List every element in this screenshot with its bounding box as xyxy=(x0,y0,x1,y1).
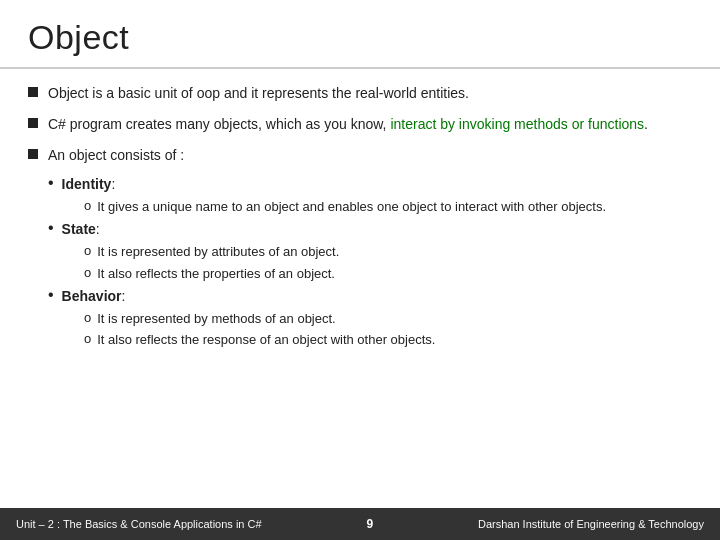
bullet-text-3: An object consists of : xyxy=(48,145,184,166)
bullet-text-2: C# program creates many objects, which a… xyxy=(48,114,648,135)
state-o-1: o xyxy=(84,243,91,258)
bullet-square-1 xyxy=(28,87,38,97)
sub-bullet-identity: • Identity: xyxy=(48,176,692,192)
behavior-text-1: It is represented by methods of an objec… xyxy=(97,310,335,329)
behavior-item-1: o It is represented by methods of an obj… xyxy=(84,310,692,329)
sub-bullet-label-behavior: Behavior xyxy=(62,288,122,304)
bullet-1: Object is a basic unit of oop and it rep… xyxy=(28,83,692,104)
slide-footer: Unit – 2 : The Basics & Console Applicat… xyxy=(0,508,720,540)
footer-left: Unit – 2 : The Basics & Console Applicat… xyxy=(16,518,262,530)
state-item-2: o It also reflects the properties of an … xyxy=(84,265,692,284)
state-text-2: It also reflects the properties of an ob… xyxy=(97,265,335,284)
sub-bullet-label-state: State xyxy=(62,221,96,237)
slide-header: Object xyxy=(0,0,720,69)
behavior-items: o It is represented by methods of an obj… xyxy=(84,310,692,351)
behavior-o-1: o xyxy=(84,310,91,325)
bullet-square-2 xyxy=(28,118,38,128)
sub-bullet-colon-behavior: : xyxy=(122,288,126,304)
behavior-text-2: It also reflects the response of an obje… xyxy=(97,331,435,350)
bullet-text-1: Object is a basic unit of oop and it rep… xyxy=(48,83,469,104)
sub-bullet-dot-identity: • xyxy=(48,174,54,192)
identity-o-1: o xyxy=(84,198,91,213)
bullet-3: An object consists of : xyxy=(28,145,692,166)
sub-bullet-dot-state: • xyxy=(48,219,54,237)
behavior-item-2: o It also reflects the response of an ob… xyxy=(84,331,692,350)
identity-items: o It gives a unique name to an object an… xyxy=(84,198,692,217)
identity-text-1: It gives a unique name to an object and … xyxy=(97,198,606,217)
slide-content: Object is a basic unit of oop and it rep… xyxy=(0,69,720,508)
state-o-2: o xyxy=(84,265,91,280)
sub-bullet-dot-behavior: • xyxy=(48,286,54,304)
footer-center: 9 xyxy=(366,517,373,531)
identity-item-1: o It gives a unique name to an object an… xyxy=(84,198,692,217)
sub-bullet-label-identity: Identity xyxy=(62,176,112,192)
bullet-square-3 xyxy=(28,149,38,159)
bullet-2: C# program creates many objects, which a… xyxy=(28,114,692,135)
sub-bullet-behavior: • Behavior: xyxy=(48,288,692,304)
sub-section: • Identity: o It gives a unique name to … xyxy=(48,176,692,350)
sub-bullet-colon-state: : xyxy=(96,221,100,237)
footer-right: Darshan Institute of Engineering & Techn… xyxy=(478,518,704,530)
state-text-1: It is represented by attributes of an ob… xyxy=(97,243,339,262)
sub-bullet-state: • State: xyxy=(48,221,692,237)
highlight-text: interact by invoking methods or function… xyxy=(390,116,644,132)
slide-title: Object xyxy=(28,18,692,57)
sub-bullet-colon-identity: : xyxy=(111,176,115,192)
slide: Object Object is a basic unit of oop and… xyxy=(0,0,720,540)
basic-text: basic xyxy=(118,85,151,101)
state-items: o It is represented by attributes of an … xyxy=(84,243,692,284)
behavior-o-2: o xyxy=(84,331,91,346)
state-item-1: o It is represented by attributes of an … xyxy=(84,243,692,262)
